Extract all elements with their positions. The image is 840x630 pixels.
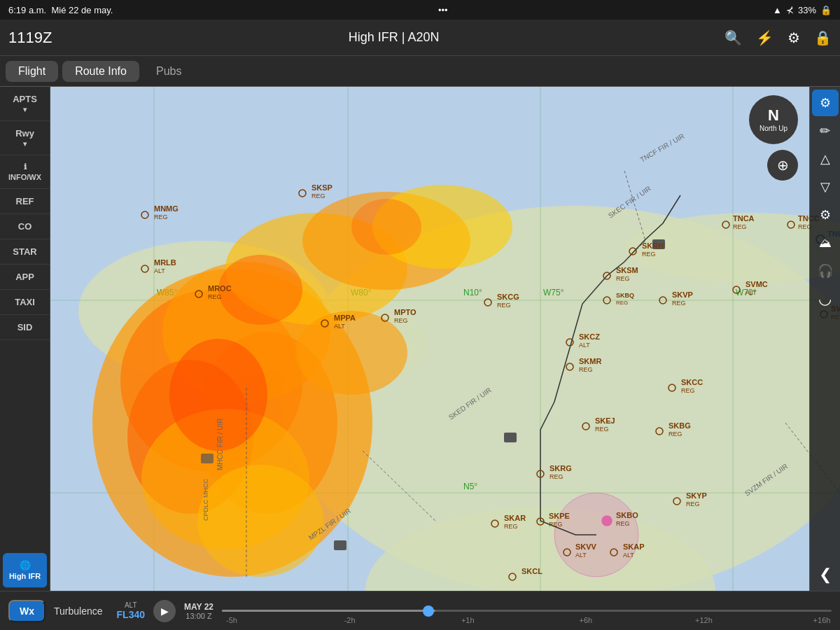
wx-button[interactable]: Wx [8, 600, 46, 622]
top-nav: 1119Z High IFR | A20N 🔍 ⚡ ⚙ 🔒 [0, 20, 840, 56]
tab-flight[interactable]: Flight [6, 61, 58, 82]
sidebar-item-star[interactable]: STAR [0, 239, 50, 265]
battery-icon: 33% [798, 5, 816, 15]
svg-point-91 [566, 339, 573, 346]
svg-line-33 [624, 171, 645, 241]
tl-plus12: +12h [694, 616, 713, 624]
rwy-dropdown-arrow: ▾ [23, 140, 27, 148]
timez-label: 13:00 Z [186, 612, 211, 620]
sidebar-item-app[interactable]: APP [0, 265, 50, 290]
svg-text:CPDLC MHCC: CPDLC MHCC [202, 478, 209, 521]
svg-text:W80°: W80° [351, 288, 372, 298]
sidebar-item-infowx[interactable]: ℹ INFO/WX [0, 155, 50, 189]
compass[interactable]: N North Up [749, 95, 798, 144]
svg-line-34 [624, 241, 645, 262]
location-button[interactable]: ⊕ [767, 150, 798, 181]
sidebar-item-co[interactable]: CO [0, 214, 50, 239]
svg-point-22 [302, 192, 470, 290]
tl-minus2: -2h [340, 616, 360, 624]
svg-text:SKEJ: SKEJ [595, 416, 615, 425]
svg-point-115 [537, 518, 544, 525]
search-icon[interactable]: 🔍 [724, 29, 742, 46]
tl-plus6: +6h [576, 616, 596, 624]
rt-headset-btn[interactable]: 🎧 [812, 258, 839, 284]
svg-point-31 [351, 199, 421, 255]
rt-triangle-btn[interactable]: △ [812, 146, 839, 172]
svg-point-74 [659, 297, 666, 304]
svg-text:SKRH: SKRH [642, 241, 664, 250]
svg-text:MPTO: MPTO [394, 308, 416, 316]
svg-point-124 [610, 549, 617, 556]
timeline-track[interactable]: -5h -2h +1h +6h +12h +16h [222, 610, 832, 612]
sidebar-item-rwy[interactable]: Rwy ▾ [0, 121, 50, 155]
svg-point-4 [78, 241, 330, 381]
svg-point-109 [673, 498, 680, 505]
nav-icons: 🔍 ⚡ ⚙ 🔒 [724, 29, 832, 46]
status-right: ▲ ⊀ 33% 🔒 [773, 5, 832, 15]
svg-text:REG: REG [672, 300, 686, 307]
timeline[interactable]: -5h -2h +1h +6h +12h +16h [222, 600, 832, 622]
crosshair-icon: ⊕ [777, 157, 789, 174]
sidebar-item-apts[interactable]: APTS ▾ [0, 87, 50, 121]
svg-text:REG: REG [616, 520, 630, 527]
rt-terrain-btn[interactable]: ⛰ [812, 230, 839, 256]
sidebar-item-sid[interactable]: SID [0, 315, 50, 340]
svg-point-24 [197, 332, 337, 514]
date-time-display: MAY 22 13:00 Z [184, 602, 214, 620]
svg-text:SKAP: SKAP [623, 542, 645, 551]
svg-text:REG: REG [642, 251, 656, 258]
alt-display: ALT FL340 [117, 601, 145, 620]
tab-bar: Flight Route Info Pubs [0, 56, 840, 87]
svg-text:REG: REG [616, 275, 630, 282]
svg-point-21 [225, 213, 407, 325]
svg-point-1 [281, 206, 840, 591]
status-bar: 6:19 a.m. Mié 22 de may. ••• ▲ ⊀ 33% 🔒 [0, 0, 840, 20]
svg-rect-41 [334, 540, 346, 550]
svg-text:REG: REG [579, 366, 593, 373]
svg-point-5 [365, 507, 715, 591]
svg-point-2 [260, 304, 428, 388]
svg-text:SKED FIR / UIR: SKED FIR / UIR [447, 386, 493, 421]
svg-text:SKBQ: SKBQ [616, 292, 634, 299]
fl-value: FL340 [117, 609, 145, 620]
svg-point-57 [382, 314, 388, 321]
gear-icon[interactable]: ⚙ [788, 29, 800, 46]
rt-arc-btn[interactable]: ◡ [812, 286, 839, 312]
play-button[interactable]: ▶ [153, 600, 176, 622]
rt-settings2-btn[interactable]: ⚙ [812, 202, 839, 228]
svg-text:SKBG: SKBG [668, 421, 691, 430]
rt-pencil-btn[interactable]: ✏ [812, 118, 839, 144]
svg-point-30 [218, 255, 302, 325]
svg-point-80 [733, 286, 740, 293]
sidebar-item-ref[interactable]: REF [0, 189, 50, 214]
svg-text:REG: REG [154, 214, 168, 220]
info-icon: ℹ [24, 162, 27, 172]
svg-text:ALT: ALT [575, 552, 587, 559]
svg-text:ALT: ALT [623, 552, 634, 559]
svg-text:TNCF FIR / UIR: TNCF FIR / UIR [639, 132, 686, 164]
sidebar-item-highifr[interactable]: 🌐 High IFR [3, 553, 47, 588]
sidebar-item-taxi[interactable]: TAXI [0, 290, 50, 315]
svg-point-45 [299, 190, 306, 197]
svg-point-88 [484, 299, 491, 306]
svg-text:REG: REG [668, 430, 682, 438]
tab-route-info[interactable]: Route Info [62, 61, 139, 82]
timeline-scrubber[interactable] [423, 606, 434, 617]
rt-chevron-btn[interactable]: ❮ [812, 561, 839, 588]
rt-layers-btn[interactable]: ⚙ [812, 90, 839, 116]
svg-text:MHCC FIR / UIR: MHCC FIR / UIR [216, 419, 224, 470]
rt-nav-btn[interactable]: ▽ [812, 174, 839, 200]
svg-text:MPZL FIR / UIR: MPZL FIR / UIR [307, 507, 352, 542]
lightning-icon[interactable]: ⚡ [756, 29, 774, 46]
svg-text:REG: REG [616, 300, 628, 306]
timeline-labels: -5h -2h +1h +6h +12h +16h [222, 616, 832, 624]
zulu-time: 1119Z [8, 29, 52, 47]
svg-text:REG: REG [550, 473, 564, 480]
svg-point-26 [141, 409, 309, 549]
globe-icon: 🌐 [20, 560, 31, 570]
turbulence-label: Turbulence [54, 606, 103, 617]
svg-point-112 [491, 520, 498, 527]
tl-minus5: -5h [222, 616, 241, 624]
tab-pubs[interactable]: Pubs [144, 61, 194, 82]
lock-icon[interactable]: 🔒 [814, 29, 832, 46]
